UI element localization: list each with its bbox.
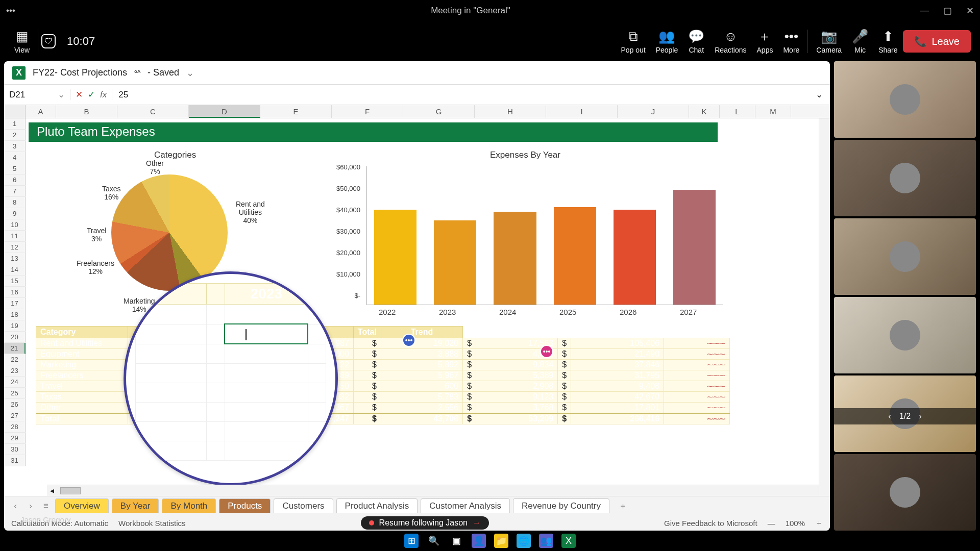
teams-app-icon[interactable]: 👥 [539, 534, 553, 548]
close-icon[interactable]: ✕ [966, 5, 974, 16]
share-button[interactable]: ⬆Share [873, 29, 902, 54]
zoom-out-icon[interactable]: — [768, 519, 775, 528]
row-header-17[interactable]: 17 [4, 298, 26, 309]
sheet-tab-customer-analysis[interactable]: Customer Analysis [421, 498, 510, 513]
start-icon[interactable]: ⊞ [404, 534, 419, 548]
minimize-icon[interactable]: — [920, 5, 929, 16]
tab-nav-prev[interactable]: ‹ [9, 501, 21, 511]
row-header-8[interactable]: 8 [4, 197, 26, 208]
people-button[interactable]: 👥People [651, 29, 683, 54]
menu-ellipsis-icon[interactable]: ••• [6, 6, 21, 16]
feedback-link[interactable]: Give Feedback to Microsoft [664, 519, 757, 528]
popout-button[interactable]: ⧉Pop out [616, 29, 650, 54]
row-header-7[interactable]: 7 [4, 186, 26, 197]
select-all-corner[interactable] [4, 105, 26, 118]
participant-video-1[interactable] [834, 61, 976, 138]
row-header-5[interactable]: 5 [4, 163, 26, 174]
view-button[interactable]: ▦ View [9, 29, 35, 54]
worksheet-grid[interactable]: 1234567891011121314151617181920212223242… [4, 118, 830, 496]
row-header-11[interactable]: 11 [4, 231, 26, 242]
chat-button[interactable]: 💬Chat [683, 29, 709, 54]
col-header-H[interactable]: H [475, 105, 546, 118]
search-icon[interactable]: 🔍 [427, 534, 441, 548]
taskview-icon[interactable]: ▣ [449, 534, 463, 548]
row-header-16[interactable]: 16 [4, 287, 26, 298]
accept-icon[interactable]: ✓ [88, 89, 95, 100]
row-header-25[interactable]: 25 [4, 388, 26, 399]
col-header-G[interactable]: G [403, 105, 475, 118]
excel-taskbar-icon[interactable]: X [561, 534, 576, 548]
tab-nav-all[interactable]: ≡ [40, 501, 52, 511]
reactions-button[interactable]: ☺Reactions [709, 29, 751, 54]
col-header-D[interactable]: D [189, 105, 260, 118]
participant-video-4[interactable] [834, 297, 976, 373]
row-header-30[interactable]: 30 [4, 444, 26, 455]
name-box[interactable]: D21 ⌄ [4, 89, 70, 100]
row-header-1[interactable]: 1 [4, 118, 26, 130]
edge-icon[interactable]: 🌐 [517, 534, 531, 548]
col-header-M[interactable]: M [755, 105, 791, 118]
apps-button[interactable]: ＋Apps [752, 29, 778, 54]
pager-prev-icon[interactable]: ‹ [889, 412, 891, 421]
sheet-tab-by-year[interactable]: By Year [112, 498, 159, 513]
shield-icon[interactable]: 🛡 [41, 34, 56, 48]
sheet-tab-by-month[interactable]: By Month [162, 498, 216, 513]
row-header-24[interactable]: 24 [4, 377, 26, 388]
pager-next-icon[interactable]: › [919, 412, 921, 421]
row-header-3[interactable]: 3 [4, 141, 26, 152]
row-header-4[interactable]: 4 [4, 152, 26, 163]
sheet-tab-overview[interactable]: Overview [55, 498, 109, 513]
row-header-6[interactable]: 6 [4, 174, 26, 186]
row-header-13[interactable]: 13 [4, 253, 26, 264]
tab-nav-next[interactable]: › [24, 501, 37, 511]
formula-value[interactable]: 25 [112, 90, 808, 100]
col-header-A[interactable]: A [26, 105, 56, 118]
zoom-in-icon[interactable]: ＋ [815, 518, 823, 528]
col-header-E[interactable]: E [260, 105, 332, 118]
teams-small-icon[interactable]: 👤 [472, 534, 486, 548]
row-header-27[interactable]: 27 [4, 410, 26, 421]
sheet-tab-products[interactable]: Products [219, 498, 271, 513]
row-header-19[interactable]: 19 [4, 320, 26, 332]
expand-formula-icon[interactable]: ⌄ [808, 89, 830, 100]
vertical-scrollbar[interactable] [819, 118, 830, 496]
row-header-20[interactable]: 20 [4, 332, 26, 343]
row-header-12[interactable]: 12 [4, 242, 26, 253]
participant-video-3[interactable] [834, 218, 976, 295]
participant-video-6[interactable] [834, 454, 976, 531]
row-header-10[interactable]: 10 [4, 219, 26, 231]
column-headers[interactable]: ABCDEFGHIJKLM [4, 105, 830, 118]
horizontal-scrollbar[interactable]: ◂ [47, 485, 819, 496]
col-header-C[interactable]: C [117, 105, 189, 118]
row-header-26[interactable]: 26 [4, 399, 26, 410]
row-header-31[interactable]: 31 [4, 455, 26, 466]
workbook-stats[interactable]: Workbook Statistics [118, 519, 185, 528]
resume-following-pill[interactable]: Resume following Jason → [361, 516, 489, 530]
fx-icon[interactable]: fx [100, 90, 107, 100]
col-header-I[interactable]: I [546, 105, 618, 118]
col-header-L[interactable]: L [720, 105, 755, 118]
row-header-2[interactable]: 2 [4, 130, 26, 141]
cancel-icon[interactable]: ✕ [76, 89, 83, 100]
row-header-15[interactable]: 15 [4, 276, 26, 287]
col-header-J[interactable]: J [618, 105, 689, 118]
explorer-icon[interactable]: 📁 [494, 534, 508, 548]
maximize-icon[interactable]: ▢ [943, 5, 952, 16]
row-header-22[interactable]: 22 [4, 354, 26, 365]
chevron-down-icon[interactable]: ⌄ [186, 67, 194, 79]
row-header-21[interactable]: 21 [4, 343, 26, 354]
participant-video-2[interactable] [834, 140, 976, 216]
col-header-F[interactable]: F [332, 105, 403, 118]
row-header-29[interactable]: 29 [4, 433, 26, 444]
row-header-9[interactable]: 9 [4, 208, 26, 219]
row-header-23[interactable]: 23 [4, 365, 26, 377]
row-header-28[interactable]: 28 [4, 421, 26, 433]
col-header-B[interactable]: B [56, 105, 117, 118]
sheet-tab-customers[interactable]: Customers [274, 498, 333, 513]
mic-button[interactable]: 🎤Mic [847, 29, 873, 54]
sheet-tab-product-analysis[interactable]: Product Analysis [336, 498, 418, 513]
col-header-K[interactable]: K [689, 105, 720, 118]
sheet-tab-revenue-by-country[interactable]: Revenue by Country [513, 498, 609, 513]
row-header-18[interactable]: 18 [4, 309, 26, 320]
leave-button[interactable]: 📞 Leave [903, 30, 971, 53]
